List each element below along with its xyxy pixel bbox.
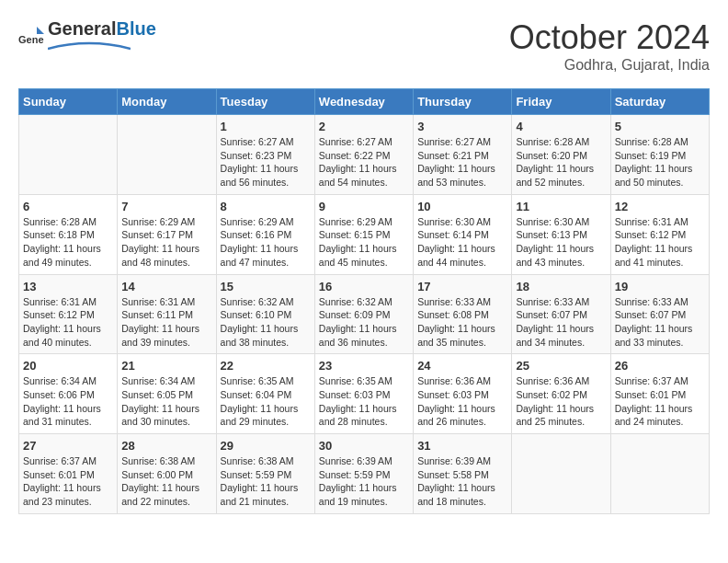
day-info: Sunrise: 6:27 AM Sunset: 6:22 PM Dayligh…	[319, 135, 409, 190]
day-cell: 15Sunrise: 6:32 AM Sunset: 6:10 PM Dayli…	[216, 274, 314, 354]
day-cell: 28Sunrise: 6:38 AM Sunset: 6:00 PM Dayli…	[118, 434, 216, 514]
day-number: 11	[516, 200, 606, 213]
svg-marker-1	[37, 27, 44, 34]
day-cell: 5Sunrise: 6:28 AM Sunset: 6:19 PM Daylig…	[610, 115, 709, 195]
day-number: 30	[319, 439, 409, 453]
day-cell: 19Sunrise: 6:33 AM Sunset: 6:07 PM Dayli…	[610, 274, 709, 354]
day-number: 6	[23, 200, 113, 213]
day-info: Sunrise: 6:32 AM Sunset: 6:10 PM Dayligh…	[221, 295, 311, 350]
week-row-4: 20Sunrise: 6:34 AM Sunset: 6:06 PM Dayli…	[19, 354, 710, 434]
day-cell	[512, 434, 610, 514]
day-cell: 12Sunrise: 6:31 AM Sunset: 6:12 PM Dayli…	[610, 194, 709, 274]
day-info: Sunrise: 6:31 AM Sunset: 6:12 PM Dayligh…	[615, 215, 705, 270]
day-cell: 21Sunrise: 6:34 AM Sunset: 6:05 PM Dayli…	[118, 354, 216, 434]
day-number: 27	[23, 439, 113, 453]
day-info: Sunrise: 6:33 AM Sunset: 6:08 PM Dayligh…	[417, 295, 507, 350]
day-info: Sunrise: 6:29 AM Sunset: 6:17 PM Dayligh…	[121, 215, 211, 270]
day-info: Sunrise: 6:28 AM Sunset: 6:18 PM Dayligh…	[23, 215, 113, 270]
svg-text:General: General	[18, 34, 44, 45]
day-number: 24	[417, 359, 507, 373]
day-info: Sunrise: 6:39 AM Sunset: 5:58 PM Dayligh…	[417, 454, 507, 509]
day-number: 14	[121, 280, 211, 293]
day-info: Sunrise: 6:36 AM Sunset: 6:02 PM Dayligh…	[516, 374, 606, 429]
day-number: 26	[615, 359, 705, 373]
day-cell: 2Sunrise: 6:27 AM Sunset: 6:22 PM Daylig…	[314, 115, 413, 195]
day-cell: 8Sunrise: 6:29 AM Sunset: 6:16 PM Daylig…	[216, 194, 314, 274]
month-title: October 2024	[509, 18, 710, 57]
day-number: 17	[417, 280, 507, 293]
day-cell: 4Sunrise: 6:28 AM Sunset: 6:20 PM Daylig…	[512, 115, 610, 195]
day-info: Sunrise: 6:34 AM Sunset: 6:06 PM Dayligh…	[23, 374, 113, 429]
day-cell: 22Sunrise: 6:35 AM Sunset: 6:04 PM Dayli…	[216, 354, 314, 434]
day-info: Sunrise: 6:38 AM Sunset: 6:00 PM Dayligh…	[121, 454, 211, 509]
day-number: 21	[121, 359, 211, 373]
day-number: 13	[23, 280, 113, 293]
day-cell: 9Sunrise: 6:29 AM Sunset: 6:15 PM Daylig…	[314, 194, 413, 274]
day-number: 5	[615, 120, 705, 133]
day-number: 23	[319, 359, 409, 373]
col-header-sunday: Sunday	[19, 89, 118, 115]
title-area: October 2024 Godhra, Gujarat, India	[509, 18, 710, 74]
day-cell: 31Sunrise: 6:39 AM Sunset: 5:58 PM Dayli…	[414, 434, 512, 514]
day-info: Sunrise: 6:29 AM Sunset: 6:15 PM Dayligh…	[319, 215, 409, 270]
day-cell	[610, 434, 709, 514]
logo-general: General	[48, 18, 116, 40]
day-cell: 24Sunrise: 6:36 AM Sunset: 6:03 PM Dayli…	[414, 354, 512, 434]
col-header-monday: Monday	[118, 89, 216, 115]
day-number: 10	[417, 200, 507, 213]
day-info: Sunrise: 6:35 AM Sunset: 6:04 PM Dayligh…	[221, 374, 311, 429]
day-info: Sunrise: 6:35 AM Sunset: 6:03 PM Dayligh…	[319, 374, 409, 429]
day-info: Sunrise: 6:33 AM Sunset: 6:07 PM Dayligh…	[516, 295, 606, 350]
day-number: 3	[417, 120, 507, 133]
day-cell: 6Sunrise: 6:28 AM Sunset: 6:18 PM Daylig…	[19, 194, 118, 274]
week-row-5: 27Sunrise: 6:37 AM Sunset: 6:01 PM Dayli…	[19, 434, 710, 514]
day-info: Sunrise: 6:33 AM Sunset: 6:07 PM Dayligh…	[615, 295, 705, 350]
week-row-3: 13Sunrise: 6:31 AM Sunset: 6:12 PM Dayli…	[19, 274, 710, 354]
day-info: Sunrise: 6:29 AM Sunset: 6:16 PM Dayligh…	[221, 215, 311, 270]
day-number: 7	[121, 200, 211, 213]
day-info: Sunrise: 6:39 AM Sunset: 5:59 PM Dayligh…	[319, 454, 409, 509]
day-number: 8	[221, 200, 311, 213]
day-info: Sunrise: 6:27 AM Sunset: 6:21 PM Dayligh…	[417, 135, 507, 190]
day-cell: 23Sunrise: 6:35 AM Sunset: 6:03 PM Dayli…	[314, 354, 413, 434]
day-info: Sunrise: 6:37 AM Sunset: 6:01 PM Dayligh…	[615, 374, 705, 429]
day-cell: 11Sunrise: 6:30 AM Sunset: 6:13 PM Dayli…	[512, 194, 610, 274]
day-cell: 10Sunrise: 6:30 AM Sunset: 6:14 PM Dayli…	[414, 194, 512, 274]
day-cell: 3Sunrise: 6:27 AM Sunset: 6:21 PM Daylig…	[414, 115, 512, 195]
day-number: 28	[121, 439, 211, 453]
day-cell	[19, 115, 118, 195]
day-info: Sunrise: 6:37 AM Sunset: 6:01 PM Dayligh…	[23, 454, 113, 509]
day-info: Sunrise: 6:30 AM Sunset: 6:13 PM Dayligh…	[516, 215, 606, 270]
day-number: 4	[516, 120, 606, 133]
day-number: 18	[516, 280, 606, 293]
day-cell: 7Sunrise: 6:29 AM Sunset: 6:17 PM Daylig…	[118, 194, 216, 274]
day-cell: 17Sunrise: 6:33 AM Sunset: 6:08 PM Dayli…	[414, 274, 512, 354]
day-cell: 14Sunrise: 6:31 AM Sunset: 6:11 PM Dayli…	[118, 274, 216, 354]
logo-swoosh	[48, 41, 131, 52]
calendar-header-row: SundayMondayTuesdayWednesdayThursdayFrid…	[19, 89, 710, 115]
day-cell: 18Sunrise: 6:33 AM Sunset: 6:07 PM Dayli…	[512, 274, 610, 354]
day-info: Sunrise: 6:31 AM Sunset: 6:12 PM Dayligh…	[23, 295, 113, 350]
day-number: 12	[615, 200, 705, 213]
day-cell	[118, 115, 216, 195]
day-info: Sunrise: 6:32 AM Sunset: 6:09 PM Dayligh…	[319, 295, 409, 350]
location-subtitle: Godhra, Gujarat, India	[509, 57, 710, 74]
day-cell: 30Sunrise: 6:39 AM Sunset: 5:59 PM Dayli…	[314, 434, 413, 514]
day-number: 29	[221, 439, 311, 453]
day-number: 2	[319, 120, 409, 133]
col-header-saturday: Saturday	[610, 89, 709, 115]
day-number: 25	[516, 359, 606, 373]
day-number: 1	[221, 120, 311, 133]
col-header-thursday: Thursday	[414, 89, 512, 115]
day-cell: 25Sunrise: 6:36 AM Sunset: 6:02 PM Dayli…	[512, 354, 610, 434]
col-header-tuesday: Tuesday	[216, 89, 314, 115]
page-header: General GeneralBlue October 2024 Godhra,…	[18, 18, 710, 74]
day-cell: 1Sunrise: 6:27 AM Sunset: 6:23 PM Daylig…	[216, 115, 314, 195]
day-cell: 26Sunrise: 6:37 AM Sunset: 6:01 PM Dayli…	[610, 354, 709, 434]
day-cell: 20Sunrise: 6:34 AM Sunset: 6:06 PM Dayli…	[19, 354, 118, 434]
day-number: 16	[319, 280, 409, 293]
day-info: Sunrise: 6:38 AM Sunset: 5:59 PM Dayligh…	[221, 454, 311, 509]
week-row-1: 1Sunrise: 6:27 AM Sunset: 6:23 PM Daylig…	[19, 115, 710, 195]
day-info: Sunrise: 6:27 AM Sunset: 6:23 PM Dayligh…	[221, 135, 311, 190]
day-number: 9	[319, 200, 409, 213]
